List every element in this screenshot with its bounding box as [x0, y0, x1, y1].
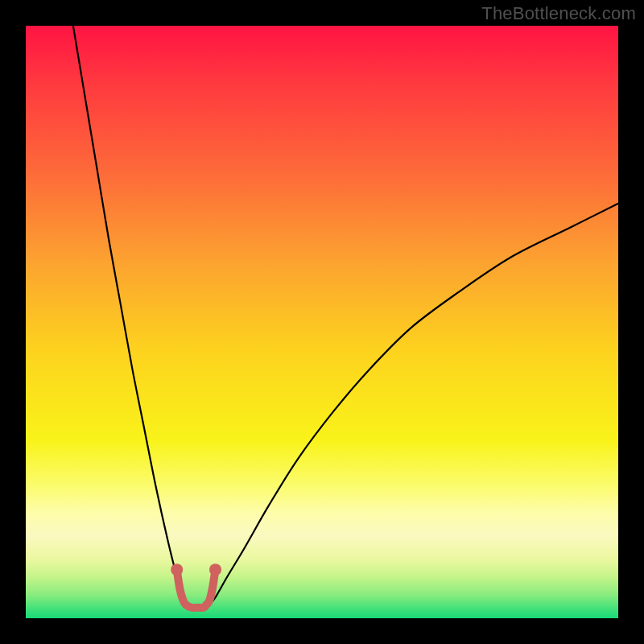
gradient-background	[26, 26, 618, 618]
valley-endpoint	[171, 564, 183, 576]
valley-endpoint	[209, 564, 221, 576]
bottleneck-chart	[26, 26, 618, 618]
watermark-text: TheBottleneck.com	[481, 3, 636, 24]
